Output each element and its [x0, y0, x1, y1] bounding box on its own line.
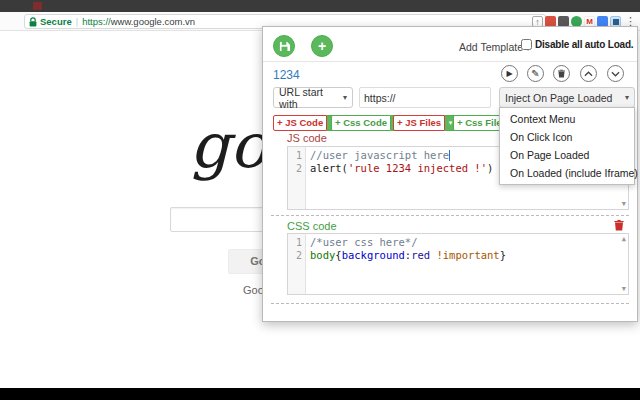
play-icon: ▶: [506, 69, 512, 78]
line-number: 1: [288, 149, 302, 162]
delete-rule-button[interactable]: [553, 65, 570, 82]
trash-icon: [613, 219, 625, 231]
tab-strip: [0, 0, 640, 12]
delete-css-button[interactable]: [613, 219, 625, 233]
popup-bottom-divider: [271, 303, 629, 304]
line-number: 2: [288, 162, 302, 175]
css-code-content: /*user css here*/ body{background:red !i…: [310, 236, 616, 262]
add-template-button[interactable]: Add Template ▾: [459, 41, 530, 53]
save-button[interactable]: [273, 35, 295, 57]
secure-label: Secure: [40, 16, 72, 27]
move-rule-down-button[interactable]: [607, 65, 624, 82]
chevron-down-icon: [611, 71, 620, 77]
tab-favicon: [33, 2, 42, 10]
url-scheme: https://: [82, 16, 111, 27]
menu-item-on-loaded-iframe[interactable]: On Loaded (include Iframe): [500, 164, 634, 182]
extension-popup: + Add Template ▾ Disable all auto Load. …: [262, 26, 638, 322]
add-js-files-button[interactable]: + JS Files ▾: [393, 115, 457, 131]
trash-icon: [557, 69, 566, 78]
text-cursor: [449, 150, 450, 161]
add-rule-button[interactable]: +: [311, 35, 333, 57]
plus-icon: +: [318, 38, 326, 54]
line-number-gutter: 1 2: [288, 234, 306, 294]
screen: Secure | https:// www.google.com.vn ☆ ↑ …: [0, 0, 640, 400]
menu-item-on-click-icon[interactable]: On Click Icon: [500, 128, 634, 146]
css-comment: /*user css here*/: [310, 236, 417, 248]
line-number: 2: [288, 249, 302, 262]
inject-mode-menu: Context Menu On Click Icon On Page Loade…: [499, 107, 635, 185]
css-code-editor[interactable]: 1 2 /*user css here*/ body{background:re…: [287, 233, 629, 295]
line-number: 1: [288, 236, 302, 249]
scroll-down-icon[interactable]: ▼: [622, 285, 626, 293]
google-logo: go: [190, 109, 267, 182]
js-code-label: JS code: [287, 132, 327, 144]
disable-all-checkbox[interactable]: [521, 39, 532, 50]
line-number-gutter: 1 2: [288, 147, 306, 209]
url-host: www.google.com.vn: [111, 16, 195, 27]
disable-all-control: Disable all auto Load.: [521, 39, 633, 50]
inject-mode-select[interactable]: Inject On Page Loaded ▾: [499, 87, 635, 108]
caret-down-icon: ▾: [339, 93, 347, 102]
css-code-label: CSS code: [287, 220, 337, 232]
js-comment: //user javascript here: [310, 149, 449, 161]
add-js-code-button[interactable]: + JS Code ▾: [273, 115, 339, 131]
chevron-up-icon: [584, 71, 593, 77]
bottom-bar: [0, 388, 640, 400]
divider: [263, 61, 637, 62]
move-rule-up-button[interactable]: [580, 65, 597, 82]
lock-icon: [29, 17, 37, 27]
url-separator: |: [76, 16, 78, 27]
pencil-icon: ✎: [531, 68, 539, 79]
caret-down-icon: ▾: [621, 93, 629, 102]
menu-item-on-page-loaded[interactable]: On Page Loaded: [500, 146, 634, 164]
scroll-up-icon[interactable]: ▲: [622, 235, 626, 243]
url-match-select[interactable]: URL start with ▾: [273, 87, 353, 108]
rule-name[interactable]: 1234: [273, 68, 300, 82]
edit-rule-button[interactable]: ✎: [527, 65, 544, 82]
scroll-down-icon[interactable]: ▼: [622, 200, 626, 208]
section-divider: [271, 215, 629, 216]
rule-url-input[interactable]: [359, 87, 491, 108]
run-rule-button[interactable]: ▶: [501, 65, 518, 82]
disable-all-label: Disable all auto Load.: [535, 39, 633, 50]
save-icon: [279, 41, 290, 52]
menu-item-context-menu[interactable]: Context Menu: [500, 110, 634, 128]
